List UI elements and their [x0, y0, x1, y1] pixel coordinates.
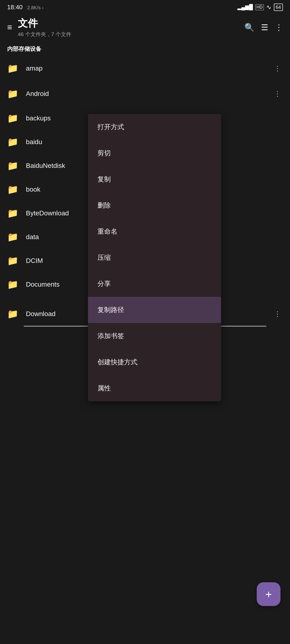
status-bar: 18:40 2.8K/s › ▂▄▆█ HD ∿ 64 — [0, 0, 290, 14]
header-actions: 🔍 ☰ ⋮ — [244, 22, 283, 32]
search-icon[interactable]: 🔍 — [244, 22, 254, 32]
file-name: Android — [26, 90, 272, 98]
battery-icon: 64 — [274, 4, 283, 11]
context-menu-item-create-shortcut[interactable]: 创建快捷方式 — [88, 349, 221, 375]
context-menu-item-copy[interactable]: 复制 — [88, 166, 221, 192]
signal-icon: ▂▄▆█ — [237, 4, 253, 10]
folder-icon: 📁 — [7, 279, 18, 290]
menu-icon[interactable]: ≡ — [7, 22, 12, 32]
context-menu-item-properties[interactable]: 属性 — [88, 375, 221, 401]
status-icons: ▂▄▆█ HD ∿ 64 — [237, 4, 283, 11]
plus-icon: + — [265, 588, 272, 601]
fab-add-button[interactable]: + — [257, 582, 280, 606]
sort-icon[interactable]: ☰ — [261, 22, 268, 32]
folder-icon: 📁 — [7, 309, 18, 319]
status-time: 18:40 2.8K/s › — [7, 4, 44, 11]
list-item[interactable]: 📁 Android ⋮ — [0, 81, 290, 106]
wifi-icon: ∿ — [266, 4, 271, 11]
item-more-icon[interactable]: ⋮ — [272, 88, 283, 100]
section-label: 内部存储设备 — [0, 40, 290, 56]
speed-display: 2.8K/s › — [27, 5, 44, 10]
context-menu-item-open-with[interactable]: 打开方式 — [88, 114, 221, 140]
list-item[interactable]: 📁 amap ⋮ — [0, 56, 290, 81]
context-menu-item-add-bookmark[interactable]: 添加书签 — [88, 323, 221, 349]
context-menu-item-rename[interactable]: 重命名 — [88, 218, 221, 244]
context-menu-item-cut[interactable]: 剪切 — [88, 140, 221, 166]
file-count-subtitle: 46 个文件夹，7 个文件 — [18, 31, 244, 38]
header: ≡ 文件 46 个文件夹，7 个文件 🔍 ☰ ⋮ — [0, 14, 290, 40]
context-menu: 打开方式 剪切 复制 删除 重命名 压缩 分享 复制路径 添加书签 创建快捷方式… — [88, 114, 221, 401]
folder-icon: 📁 — [7, 137, 18, 147]
folder-icon: 📁 — [7, 184, 18, 195]
folder-icon: 📁 — [7, 232, 18, 242]
folder-icon: 📁 — [7, 160, 18, 171]
context-menu-item-delete[interactable]: 删除 — [88, 192, 221, 218]
item-more-icon[interactable]: ⋮ — [272, 62, 283, 74]
folder-icon: 📁 — [7, 208, 18, 218]
context-menu-item-share[interactable]: 分享 — [88, 271, 221, 297]
page-title: 文件 — [18, 16, 244, 30]
item-more-icon[interactable]: ⋮ — [272, 308, 283, 320]
context-menu-item-copy-path[interactable]: 复制路径 — [88, 297, 221, 323]
time-display: 18:40 — [7, 4, 23, 11]
folder-icon: 📁 — [7, 63, 18, 74]
more-options-icon[interactable]: ⋮ — [275, 22, 283, 32]
folder-icon: 📁 — [7, 113, 18, 124]
hd-icon: HD — [255, 4, 264, 10]
context-menu-item-compress[interactable]: 压缩 — [88, 244, 221, 271]
header-title-area: 文件 46 个文件夹，7 个文件 — [18, 16, 244, 38]
file-name: amap — [26, 64, 272, 72]
folder-icon: 📁 — [7, 88, 18, 99]
folder-icon: 📁 — [7, 256, 18, 266]
